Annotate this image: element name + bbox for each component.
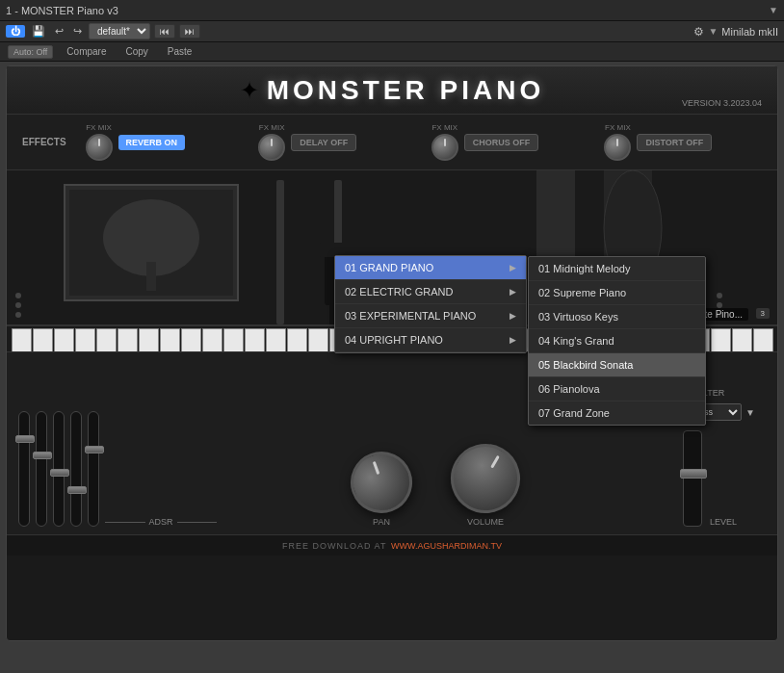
volume-knob[interactable] [438,431,533,526]
slider-group-5 [88,411,99,527]
slider-thumb-5[interactable] [85,446,104,453]
dropdown-arrow-icon[interactable]: ▼ [769,5,778,15]
instrument-title: 1 - MONSTER Piano v3 [6,5,763,16]
knob-row: PAN VOLUME [351,444,520,527]
piano-key[interactable] [711,328,731,351]
submenu-item-1[interactable]: 01 Midnight Melody [529,257,705,281]
submenu-item-7-label: 07 Grand Zone [538,407,610,419]
reverb-knob[interactable] [86,134,113,161]
chorus-button[interactable]: CHORUS OFF [464,134,539,151]
level-slider[interactable] [683,430,702,527]
delay-fx-mix-col: FX MIX [258,123,285,161]
menu-item-experimental-label: 03 EXPERIMENTAL PIANO [345,310,476,322]
piano-key[interactable] [75,328,95,351]
device-label: Minilab mkII [721,26,778,38]
page-counter: 3 [756,308,770,319]
slider-thumb-1[interactable] [15,435,35,443]
save-icon[interactable]: 💾 [29,24,48,39]
piano-key[interactable] [12,328,32,351]
chorus-knob[interactable] [431,134,458,161]
submenu-item-3[interactable]: 03 Virtuoso Keys [529,305,705,329]
level-thumb[interactable] [680,469,707,479]
pan-knob[interactable] [342,443,421,522]
distort-button[interactable]: DISTORT OFF [637,134,712,151]
piano-key[interactable] [118,328,138,351]
distort-group: FX MIX DISTORT OFF [604,123,762,161]
gear-dropdown-icon[interactable]: ▼ [708,26,718,37]
piano-key[interactable] [287,328,307,351]
menu-item-grand[interactable]: 01 GRAND PIANO ▶ [335,256,526,280]
footer-text: FREE DOWNLOAD AT [282,541,386,551]
slider-thumb-3[interactable] [50,469,69,477]
next-preset-button[interactable]: ⏭ [179,24,200,39]
footer-link[interactable]: WWW.AGUSHARDIMAN.TV [391,541,502,551]
submenu-item-6-label: 06 Pianolova [538,383,600,395]
delay-button[interactable]: DELAY OFF [291,134,356,151]
submenu-grand: 01 Midnight Melody 02 Supreme Piano 03 V… [528,256,706,426]
submenu-item-4-label: 04 King's Grand [538,335,614,347]
piano-key[interactable] [181,328,201,351]
right-controls: ⚙ ▼ Minilab mkII [693,25,778,39]
preset-select[interactable]: default* [89,23,150,39]
piano-key[interactable] [308,328,328,351]
undo-icon[interactable]: ↩ [52,24,66,39]
distort-knob[interactable] [604,134,631,161]
submenu-item-5[interactable]: 05 Blackbird Sonata [529,353,705,377]
submenu-item-4[interactable]: 04 King's Grand [529,329,705,353]
svg-point-16 [15,312,21,318]
compare-button[interactable]: Compare [61,45,112,58]
piano-key[interactable] [139,328,159,351]
piano-key[interactable] [245,328,265,351]
piano-key[interactable] [753,328,773,351]
submenu-item-7[interactable]: 07 Grand Zone [529,401,705,425]
adsr-line-left [105,522,145,523]
submenu-item-2[interactable]: 02 Supreme Piano [529,281,705,305]
redo-icon[interactable]: ↪ [70,24,85,39]
slider-thumb-2[interactable] [33,452,52,459]
piano-key[interactable] [33,328,53,351]
plugin-window: ✦ MONSTER PIANO VERSION 3.2023.04 EFFECT… [6,65,778,641]
adsr-bar: ADSR [105,517,217,527]
piano-key[interactable] [266,328,286,351]
paste-button[interactable]: Paste [162,45,198,58]
filter-dropdown-icon[interactable]: ▼ [745,407,755,418]
slider-thumb-4[interactable] [67,486,87,494]
slider-track-1[interactable] [18,411,30,527]
menu-item-electric-label: 02 ELECTRIC GRAND [345,286,453,298]
menu-item-experimental[interactable]: 03 EXPERIMENTAL PIANO ▶ [335,304,526,328]
piano-key[interactable] [54,328,74,351]
slider-group-4 [70,411,82,527]
piano-key[interactable] [223,328,244,351]
logo-icon: ✦ [240,77,259,104]
submenu-item-2-label: 02 Supreme Piano [538,287,626,298]
distort-fx-mix-col: FX MIX [604,123,631,161]
piano-key[interactable] [96,328,117,351]
copy-button[interactable]: Copy [120,45,154,58]
reverb-fx-label: FX MIX [86,123,112,132]
pan-col: PAN [351,452,412,527]
slider-track-3[interactable] [53,411,65,527]
prev-preset-button[interactable]: ⏮ [154,24,175,39]
effects-label: EFFECTS [22,137,66,147]
menu-item-upright[interactable]: 04 UPRIGHT PIANO ▶ [335,328,526,352]
menu-item-electric[interactable]: 02 ELECTRIC GRAND ▶ [335,280,526,304]
slider-track-5[interactable] [88,411,99,527]
piano-key[interactable] [732,328,752,351]
reverb-fx-mix-col: FX MIX [86,123,113,161]
piano-key[interactable] [160,328,180,351]
slider-track-4[interactable] [70,411,82,527]
main-menu: 01 GRAND PIANO ▶ 02 ELECTRIC GRAND ▶ 03 … [334,255,527,353]
plugin-header: ✦ MONSTER PIANO VERSION 3.2023.04 [7,66,777,115]
gear-icon[interactable]: ⚙ [693,25,704,39]
piano-key[interactable] [202,328,222,351]
submenu-item-6[interactable]: 06 Pianolova [529,377,705,401]
slider-track-2[interactable] [36,411,47,527]
delay-knob[interactable] [258,134,285,161]
version-label: VERSION 3.2023.04 [682,98,762,108]
svg-point-17 [717,293,722,298]
power-button[interactable]: ⏻ [6,25,25,38]
svg-point-14 [15,293,21,298]
reverb-button[interactable]: REVERB ON [118,135,186,150]
slider-group-3 [53,411,65,527]
distort-fx-label: FX MIX [605,123,631,132]
